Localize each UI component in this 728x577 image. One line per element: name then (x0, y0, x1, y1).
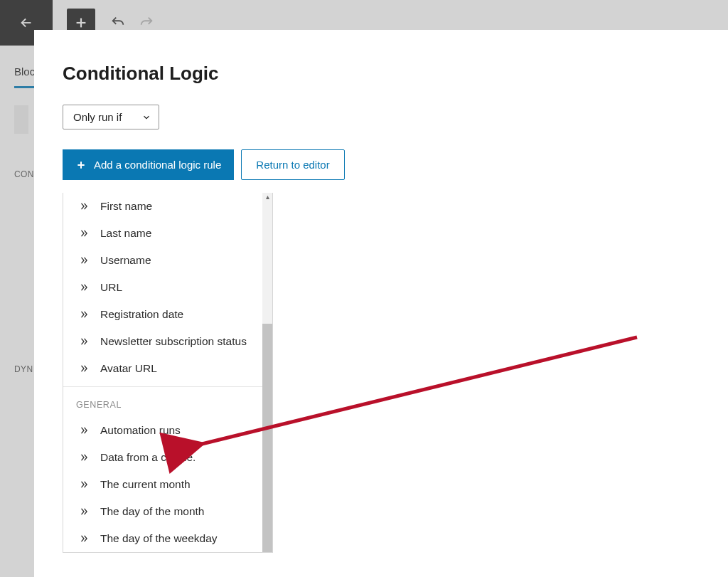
dropdown-item-label: URL (100, 281, 122, 294)
double-chevron-icon (77, 507, 90, 517)
double-chevron-icon (77, 452, 90, 462)
dropdown-item-automation-runs[interactable]: Automation runs (63, 417, 272, 444)
double-chevron-icon (77, 337, 90, 346)
modal-title: Conditional Logic (63, 63, 694, 85)
dropdown-item-label: Registration date (100, 308, 183, 321)
dropdown-item[interactable]: Username (63, 247, 272, 274)
field-picker-dropdown: First name Last name Username URL (63, 193, 273, 553)
dropdown-item[interactable]: URL (63, 274, 272, 301)
double-chevron-icon (77, 309, 90, 319)
dropdown-item[interactable]: Data from a cookie. (63, 444, 272, 471)
dropdown-item-label: The day of the weekday (100, 532, 218, 545)
double-chevron-icon (77, 534, 90, 544)
double-chevron-icon (77, 228, 90, 238)
dropdown-item-label: Username (100, 254, 151, 267)
dropdown-item-label: Automation runs (100, 424, 181, 437)
dropdown-item[interactable]: The current month (63, 471, 272, 498)
double-chevron-icon (77, 364, 90, 374)
dropdown-item-label: Avatar URL (100, 362, 157, 375)
add-rule-button[interactable]: Add a conditional logic rule (63, 149, 234, 180)
dropdown-item[interactable]: Last name (63, 220, 272, 247)
dropdown-scrollbar-track[interactable]: ▴ (262, 193, 272, 552)
double-chevron-icon (77, 255, 90, 265)
dropdown-item-label: Newsletter subscription status (100, 335, 247, 348)
dropdown-item-label: Last name (100, 227, 151, 240)
dropdown-group-general: GENERAL (63, 387, 272, 417)
return-to-editor-button[interactable]: Return to editor (241, 149, 344, 180)
dropdown-item-label: Data from a cookie. (100, 451, 196, 464)
dropdown-item[interactable]: The day of the month (63, 498, 272, 525)
dropdown-item-label: The current month (100, 478, 191, 491)
conditional-logic-modal: Conditional Logic Only run if Add a cond… (34, 30, 728, 577)
modal-buttons-row: Add a conditional logic rule Return to e… (63, 149, 694, 180)
dropdown-item[interactable]: Newsletter subscription status (63, 328, 272, 355)
run-mode-select[interactable]: Only run if (63, 105, 159, 129)
return-label: Return to editor (256, 159, 329, 171)
double-chevron-icon (77, 282, 90, 292)
double-chevron-icon (77, 201, 90, 211)
scrollbar-up-arrow-icon[interactable]: ▴ (264, 194, 271, 201)
dropdown-item-label: First name (100, 200, 152, 213)
chevron-down-icon (141, 112, 151, 122)
double-chevron-icon (77, 425, 90, 435)
double-chevron-icon (77, 480, 90, 489)
dropdown-scrollbar-thumb[interactable] (262, 324, 272, 552)
dropdown-item[interactable]: Avatar URL (63, 355, 272, 382)
plus-icon (75, 159, 87, 171)
dropdown-item-label: The day of the month (100, 505, 204, 518)
add-rule-label: Add a conditional logic rule (94, 159, 221, 171)
dropdown-item[interactable]: First name (63, 193, 272, 220)
run-mode-value: Only run if (73, 111, 122, 123)
dropdown-item[interactable]: The day of the weekday (63, 525, 272, 552)
dropdown-item[interactable]: Registration date (63, 301, 272, 328)
